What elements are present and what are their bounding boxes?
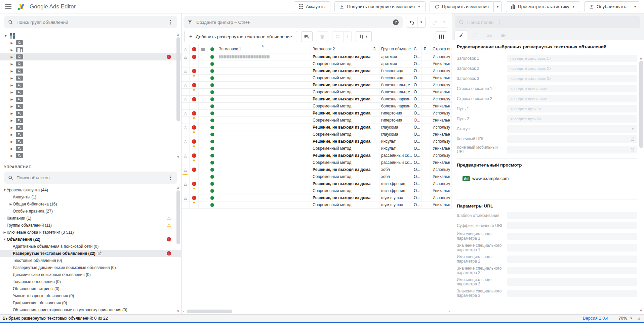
headline3-cell[interactable] [371, 89, 379, 95]
publish-button[interactable]: Опубликовать [584, 1, 631, 12]
management-tree-item[interactable]: Текстовые объявления (0) [0, 257, 181, 264]
headline3-cell[interactable] [371, 159, 379, 166]
labels-cell[interactable] [422, 187, 431, 194]
status-dot-cell[interactable] [207, 117, 217, 124]
adgroup-cell[interactable]: инсульт [379, 138, 412, 145]
error-cell[interactable]: ! [190, 138, 199, 145]
ad-row[interactable]: Современный методгипертонияО...Уникальн [182, 117, 452, 124]
management-tree-item[interactable]: Развернутые динамические поисковые объяв… [0, 264, 181, 271]
comment-cell[interactable] [199, 159, 207, 166]
col-header-status[interactable]: С... [412, 45, 422, 53]
warning-cell[interactable] [182, 117, 190, 124]
labels-cell[interactable] [422, 173, 431, 180]
warning-cell[interactable]: △ [182, 124, 190, 131]
ad-row[interactable]: △!Решение, не выходя из дома ...бессонни… [182, 67, 452, 75]
adgroup-tree-item[interactable]: ▶ [0, 89, 181, 96]
ad-row[interactable]: Современный методшум в ушахО...Уникальн [182, 201, 452, 209]
status-cell[interactable]: О... [412, 110, 422, 117]
headline3-cell[interactable] [371, 173, 379, 180]
warning-cell[interactable]: △ [182, 152, 190, 159]
adgroup-tree-item[interactable]: ▶ [0, 110, 181, 117]
error-cell[interactable]: ! [190, 67, 199, 74]
field-input-text[interactable] [507, 244, 637, 251]
ad-row[interactable]: Современный методхоблО...Уникальн [182, 173, 452, 180]
field-input-text[interactable]: <введите заголовок 2> [507, 65, 637, 72]
headline1-cell[interactable] [217, 201, 311, 208]
scrollbar-thumb[interactable] [176, 37, 180, 121]
headline2-cell[interactable]: Современный метод [311, 145, 371, 152]
status-cell[interactable]: О... [412, 152, 422, 159]
status-cell[interactable]: О... [412, 145, 422, 152]
scroll-up-icon[interactable]: ∧ [177, 33, 179, 37]
expand-arrow-icon[interactable]: ▼ [3, 188, 7, 192]
status-dot-cell[interactable] [207, 159, 217, 166]
headline2-cell[interactable]: Современный метод [311, 173, 371, 180]
ad-row[interactable]: △!Решение, не выходя из дома ...рассеянн… [182, 152, 452, 159]
expand-arrow-icon[interactable]: ▶ [10, 98, 13, 101]
ad-row[interactable]: Современный методболезнь паркин...О...Ун… [182, 103, 452, 110]
headline3-cell[interactable] [371, 194, 379, 201]
adgroup-tree-item[interactable]: ▶ [0, 124, 181, 131]
headline1-cell[interactable] [217, 173, 311, 180]
labels-cell[interactable] [422, 67, 431, 74]
help-icon[interactable]: ? [393, 19, 399, 25]
expand-arrow-icon[interactable]: ▶ [10, 133, 13, 136]
adgroup-cell[interactable]: болезнь паркин... [379, 103, 412, 109]
management-tree-item[interactable]: Кампании (1)⚠ [0, 215, 181, 222]
field-input-text[interactable] [507, 290, 637, 297]
expand-arrow-icon[interactable]: ▶ [10, 140, 13, 143]
description-cell[interactable]: Использу [431, 152, 452, 159]
ad-row[interactable]: Современный методаритмияО...Уникальн [182, 60, 452, 67]
col-header-headline1[interactable]: Заголовок 1 [217, 45, 311, 53]
ad-row[interactable]: Современный методбессонницаО...Уникальн [182, 75, 452, 82]
headline1-cell[interactable] [217, 110, 311, 117]
find-replace-button[interactable] [332, 31, 344, 42]
adgroup-cell[interactable]: болезнь паркин... [379, 96, 412, 102]
adgroup-cell[interactable]: хобл [379, 173, 412, 180]
comment-cell[interactable] [199, 82, 207, 88]
headline1-cell[interactable] [217, 159, 311, 166]
ad-row[interactable]: Современный методрассеянный ск...О...Уни… [182, 159, 452, 166]
expand-arrow-icon[interactable]: ▶ [10, 154, 13, 157]
description-cell[interactable]: Уникальн [431, 131, 452, 138]
comment-cell[interactable] [199, 60, 207, 67]
check-changes-dropdown[interactable]: ▼ [494, 1, 502, 12]
management-tree-item[interactable]: Развернутые текстовые объявления (22)! [0, 250, 181, 257]
warning-cell[interactable] [182, 75, 190, 81]
headline2-cell[interactable]: Современный метод [311, 117, 371, 124]
external-link-icon[interactable] [631, 137, 634, 141]
warning-cell[interactable] [182, 187, 190, 194]
find-replace-dropdown[interactable]: ▼ [344, 31, 352, 42]
adgroup-cell[interactable]: хобл [379, 166, 412, 173]
description-cell[interactable]: Уникальн [431, 187, 452, 194]
labels-cell[interactable] [422, 131, 431, 138]
description-cell[interactable]: Уникальн [431, 173, 452, 180]
redo-dropdown[interactable]: ▼ [440, 17, 448, 28]
headline1-cell[interactable] [217, 75, 311, 81]
management-tree-item[interactable]: Графические объявления (0) [0, 299, 181, 306]
comment-cell[interactable] [199, 124, 207, 131]
labels-cell[interactable] [422, 117, 431, 124]
error-cell[interactable] [190, 75, 199, 81]
field-input-text[interactable]: <введите описание> [507, 95, 637, 102]
headline3-cell[interactable] [371, 96, 379, 102]
status-dot-cell[interactable] [207, 82, 217, 88]
adgroup-cell[interactable]: рассеянный ск... [379, 159, 412, 166]
management-tree-item[interactable]: ▼Объявления (22)! [0, 236, 181, 243]
expand-arrow-icon[interactable]: ▶ [10, 77, 13, 80]
status-dot-cell[interactable] [207, 173, 217, 180]
adgroup-tree-item[interactable]: ▶ [0, 131, 181, 138]
error-cell[interactable] [190, 117, 199, 124]
tab-edit[interactable] [455, 31, 468, 40]
labels-cell[interactable] [422, 110, 431, 117]
description-cell[interactable]: Использу [431, 110, 452, 117]
status-cell[interactable]: О... [412, 53, 422, 60]
error-cell[interactable] [190, 131, 199, 138]
expand-arrow-icon[interactable]: ▶ [10, 119, 13, 122]
add-expanded-text-ad-button[interactable]: + Добавить развернутое текстовое объявле… [184, 31, 297, 42]
headline3-cell[interactable] [371, 187, 379, 194]
status-dot-cell[interactable] [207, 145, 217, 152]
headline3-cell[interactable] [371, 131, 379, 138]
expand-arrow-icon[interactable]: ▶ [10, 91, 13, 94]
headline1-cell[interactable] [217, 60, 311, 67]
